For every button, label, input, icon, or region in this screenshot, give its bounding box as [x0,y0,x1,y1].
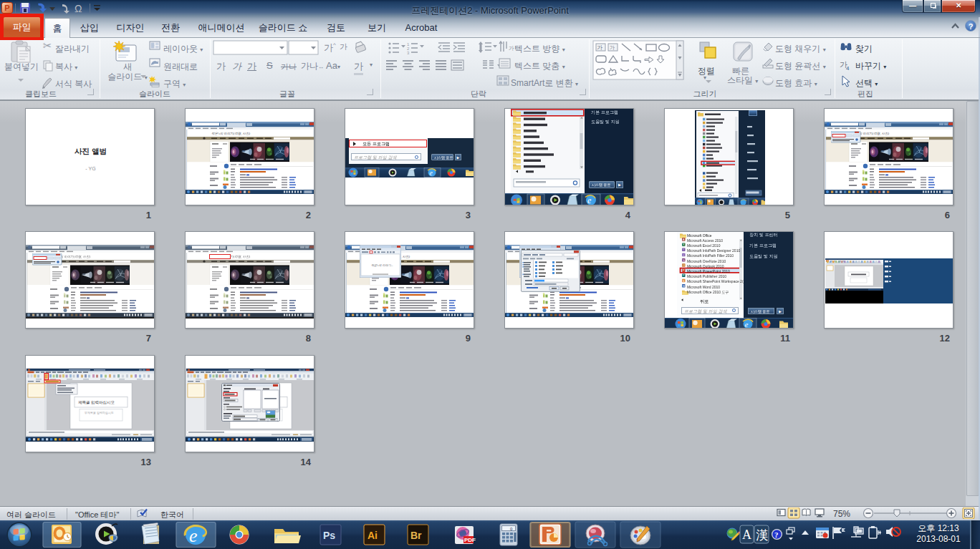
svg-text:A: A [683,238,685,241]
svg-text:가: 가 [340,42,347,51]
svg-text:가: 가 [610,45,615,50]
svg-text:漢: 漢 [756,528,768,542]
svg-text:Br: Br [410,530,422,541]
svg-text:Ω: Ω [75,3,82,14]
svg-text:4: 4 [846,65,850,72]
svg-text:e: e [430,170,433,177]
svg-text:N: N [683,258,685,262]
svg-text:?: ? [774,530,779,539]
svg-text:가: 가 [597,44,603,51]
svg-text:X: X [683,243,685,246]
svg-text:P: P [683,268,685,272]
svg-text:e: e [587,195,592,205]
svg-text:O: O [683,263,685,267]
svg-text:I: I [683,248,683,251]
svg-text:e: e [189,525,198,546]
svg-text:I: I [683,253,683,257]
svg-text:W: W [683,284,686,288]
svg-text:가^: 가^ [324,42,336,53]
svg-text:부제목을 입력하십시오: 부제목을 입력하십시오 [85,411,114,414]
svg-text:✂: ✂ [43,39,52,52]
svg-text:제목을 입력하십시오: 제목을 입력하십시오 [78,400,115,404]
svg-text:Ps: Ps [323,530,335,541]
svg-text:Ai: Ai [368,530,378,541]
svg-text:PDF: PDF [464,537,476,543]
svg-text:S: S [683,279,685,283]
svg-text:가: 가 [509,45,514,52]
svg-text:3: 3 [407,51,410,55]
svg-text:A: A [742,528,751,542]
svg-text:e: e [745,320,749,329]
svg-text:P: P [683,273,685,277]
